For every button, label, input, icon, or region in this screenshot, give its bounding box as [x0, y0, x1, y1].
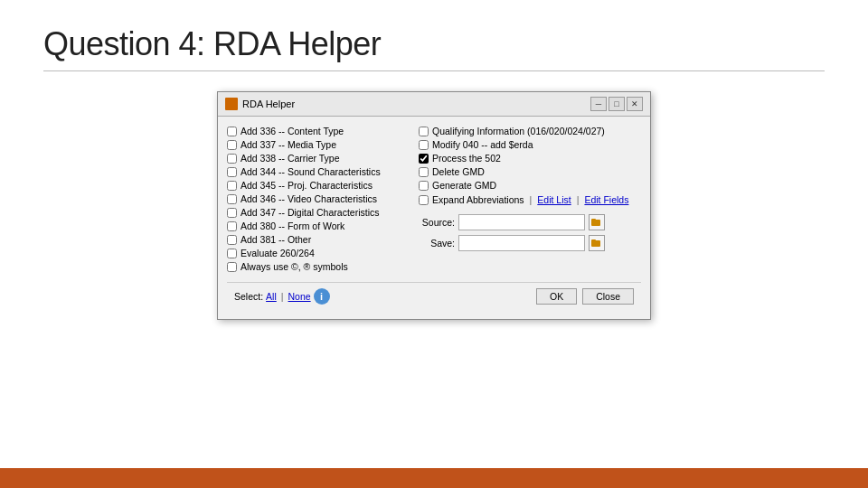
checkbox-row-symbols: Always use ©, ® symbols [227, 261, 408, 272]
dialog-titlebar: RDA Helper ─ □ ✕ [218, 92, 650, 117]
checkbox-symbols[interactable] [227, 262, 237, 272]
label-evaluate260: Evaluate 260/264 [241, 248, 315, 258]
label-add338: Add 338 -- Carrier Type [241, 153, 340, 164]
page-title-area: Question 4: RDA Helper [0, 0, 868, 80]
checkbox-add381[interactable] [227, 235, 237, 245]
label-add337: Add 337 -- Media Type [241, 139, 336, 150]
pipe1: | [530, 194, 533, 205]
label-symbols: Always use ©, ® symbols [241, 261, 348, 272]
label-expand-abbreviations: Expand Abbreviations [432, 194, 524, 205]
checkbox-row-add337: Add 337 -- Media Type [227, 139, 408, 150]
save-input[interactable] [458, 235, 585, 251]
dialog-footer: Select: All | None i OK Close [227, 282, 641, 310]
checkbox-delete-gmd[interactable] [419, 167, 429, 177]
rda-helper-dialog: RDA Helper ─ □ ✕ Add 336 -- Content Type [217, 91, 651, 320]
edit-list-link[interactable]: Edit List [537, 194, 571, 205]
checkbox-add380[interactable] [227, 221, 237, 231]
left-column: Add 336 -- Content Type Add 337 -- Media… [227, 126, 408, 275]
label-delete-gmd: Delete GMD [432, 166, 485, 177]
bottom-bar [0, 468, 868, 488]
checkbox-row-add380: Add 380 -- Form of Work [227, 221, 408, 231]
expand-abbreviations-row: Expand Abbreviations | Edit List | Edit … [419, 194, 641, 205]
svg-rect-1 [591, 219, 596, 221]
label-add347: Add 347 -- Digital Characteristics [241, 207, 379, 218]
close-dialog-button[interactable]: Close [582, 288, 634, 305]
checkbox-row-add347: Add 347 -- Digital Characteristics [227, 207, 408, 218]
checkbox-qualifying[interactable] [419, 127, 429, 136]
checkbox-process502[interactable] [419, 154, 429, 164]
checkbox-modify040[interactable] [419, 140, 429, 150]
source-row: Source: [419, 214, 641, 230]
checkbox-add338[interactable] [227, 154, 237, 164]
checkbox-row-add346: Add 346 -- Video Characteristics [227, 193, 408, 204]
label-process502: Process the 502 [432, 153, 501, 164]
dialog-body: Add 336 -- Content Type Add 337 -- Media… [218, 117, 650, 319]
select-group: Select: All | None i [234, 288, 330, 305]
ok-close-group: OK Close [536, 288, 634, 305]
checkbox-add346[interactable] [227, 194, 237, 204]
label-generate-gmd: Generate GMD [432, 180, 496, 191]
minimize-button[interactable]: ─ [590, 97, 607, 111]
edit-fields-link[interactable]: Edit Fields [584, 194, 628, 205]
close-button[interactable]: ✕ [627, 97, 643, 111]
checkbox-add347[interactable] [227, 208, 237, 218]
select-label: Select: [234, 291, 263, 302]
checkbox-row-evaluate260: Evaluate 260/264 [227, 248, 408, 258]
checkbox-row-modify040: Modify 040 -- add $erda [419, 139, 641, 150]
label-add381: Add 381 -- Other [241, 234, 311, 245]
checkbox-generate-gmd[interactable] [419, 181, 429, 191]
checkbox-row-add336: Add 336 -- Content Type [227, 126, 408, 136]
select-none-link[interactable]: None [288, 291, 311, 302]
info-icon[interactable]: i [314, 288, 330, 305]
checkbox-row-add345: Add 345 -- Proj. Characteristics [227, 180, 408, 191]
svg-rect-3 [591, 239, 596, 242]
dialog-title-icon [225, 98, 238, 110]
label-add345: Add 345 -- Proj. Characteristics [241, 180, 373, 191]
checkbox-row-add381: Add 381 -- Other [227, 234, 408, 245]
title-divider [43, 70, 825, 71]
label-add380: Add 380 -- Form of Work [241, 221, 344, 231]
label-add336: Add 336 -- Content Type [241, 126, 344, 136]
checkbox-row-process502: Process the 502 [419, 153, 641, 164]
dialog-columns: Add 336 -- Content Type Add 337 -- Media… [227, 126, 641, 275]
checkbox-row-add344: Add 344 -- Sound Characteristics [227, 166, 408, 177]
save-label: Save: [419, 238, 455, 249]
save-folder-icon [591, 238, 602, 249]
save-row: Save: [419, 235, 641, 251]
dialog-title-text: RDA Helper [242, 99, 295, 109]
restore-button[interactable]: □ [609, 97, 625, 111]
dialog-wrapper: RDA Helper ─ □ ✕ Add 336 -- Content Type [0, 91, 868, 320]
ok-button[interactable]: OK [536, 288, 577, 305]
checkbox-row-add338: Add 338 -- Carrier Type [227, 153, 408, 164]
checkbox-add336[interactable] [227, 127, 237, 136]
source-browse-button[interactable] [589, 214, 605, 230]
save-browse-button[interactable] [589, 235, 605, 251]
label-qualifying: Qualifying Information (016/020/024/027) [432, 126, 605, 136]
checkbox-expand-abbreviations[interactable] [419, 195, 429, 205]
checkbox-add345[interactable] [227, 181, 237, 191]
label-add344: Add 344 -- Sound Characteristics [241, 166, 381, 177]
label-modify040: Modify 040 -- add $erda [432, 139, 533, 150]
dialog-title-group: RDA Helper [225, 98, 295, 110]
checkbox-evaluate260[interactable] [227, 249, 237, 258]
pipe3: | [281, 291, 284, 302]
checkbox-row-qualifying: Qualifying Information (016/020/024/027) [419, 126, 641, 136]
source-label: Source: [419, 217, 455, 228]
checkbox-row-delete-gmd: Delete GMD [419, 166, 641, 177]
checkbox-row-generate-gmd: Generate GMD [419, 180, 641, 191]
label-add346: Add 346 -- Video Characteristics [241, 193, 377, 204]
select-all-link[interactable]: All [266, 291, 277, 302]
checkbox-add337[interactable] [227, 140, 237, 150]
source-input[interactable] [458, 214, 585, 230]
page-title: Question 4: RDA Helper [43, 25, 825, 63]
right-column: Qualifying Information (016/020/024/027)… [419, 126, 641, 275]
checkbox-add344[interactable] [227, 167, 237, 177]
dialog-controls: ─ □ ✕ [590, 97, 643, 111]
pipe2: | [577, 194, 580, 205]
folder-icon [591, 217, 602, 228]
